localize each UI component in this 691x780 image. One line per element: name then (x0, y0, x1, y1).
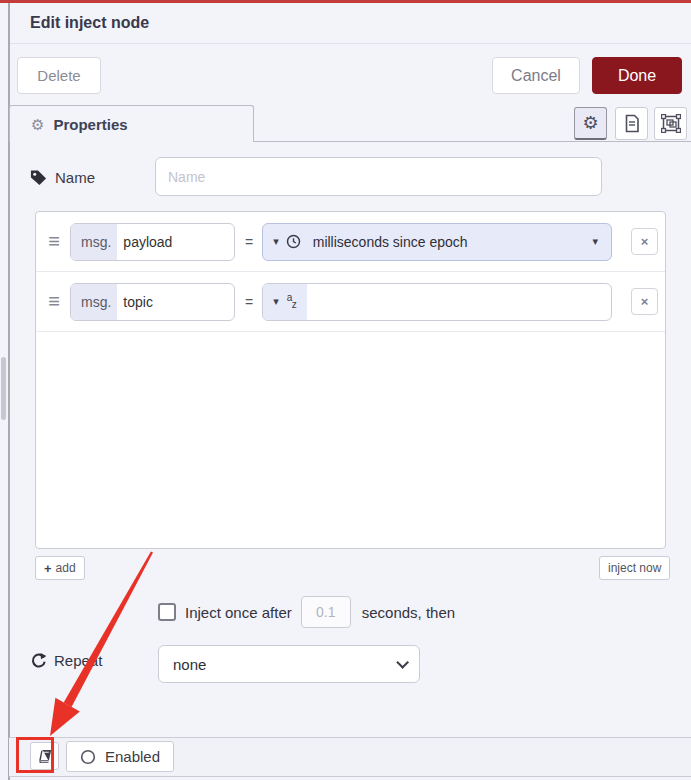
options-caret-icon[interactable]: ▾ (592, 236, 598, 247)
msg-prefix-label: msg. (71, 284, 117, 320)
tab-properties[interactable]: ⚙ Properties (9, 105, 254, 142)
done-button[interactable]: Done (592, 57, 682, 94)
enabled-toggle-button[interactable]: Enabled (66, 741, 174, 772)
tab-properties-label: Properties (53, 116, 127, 133)
type-select-caret-icon[interactable]: ▾ (273, 296, 279, 307)
property-key-input[interactable]: msg. topic (70, 283, 235, 321)
type-select-caret-icon[interactable]: ▾ (273, 236, 279, 247)
repeat-selected-value: none (173, 656, 206, 673)
name-input[interactable] (155, 157, 602, 196)
chevron-down-icon (396, 656, 409, 669)
remove-row-button[interactable]: × (631, 288, 658, 315)
property-key-value: payload (117, 224, 172, 260)
seconds-then-label: seconds, then (362, 604, 455, 621)
inject-once-row: Inject once after seconds, then (158, 596, 455, 628)
delete-button[interactable]: Delete (17, 57, 101, 94)
clock-icon (286, 234, 301, 249)
scrollbar-thumb[interactable] (1, 357, 6, 420)
typed-input-topic[interactable]: ▾ a z (262, 283, 612, 321)
property-row-payload: ≡ msg. payload = ▾ milliseconds since ep… (36, 212, 665, 272)
properties-list: ≡ msg. payload = ▾ milliseconds since ep… (35, 211, 666, 549)
inject-once-label: Inject once after (185, 604, 292, 621)
property-key-input[interactable]: msg. payload (70, 223, 235, 261)
repeat-select[interactable]: none (158, 645, 420, 683)
property-row-topic: ≡ msg. topic = ▾ a z × (36, 272, 665, 332)
add-button-label: add (56, 561, 76, 575)
equals-sign: = (245, 234, 253, 250)
enabled-label: Enabled (105, 748, 160, 765)
dialog-header: Edit inject node (10, 3, 691, 44)
remove-row-button[interactable]: × (631, 228, 658, 255)
repeat-label: Repeat (54, 652, 102, 669)
typed-input-value: milliseconds since epoch (313, 234, 468, 250)
book-icon (36, 748, 53, 765)
repeat-label-row: Repeat (30, 652, 102, 669)
name-field-label: Name (55, 169, 95, 186)
library-button[interactable] (30, 742, 59, 770)
inject-once-checkbox[interactable] (158, 603, 176, 621)
appearance-tab-button[interactable] (654, 107, 687, 140)
string-type-icon: a z (286, 293, 299, 311)
add-property-button[interactable]: + add (35, 556, 85, 580)
inject-delay-input[interactable] (301, 596, 351, 628)
dialog-footer: Enabled (9, 737, 691, 777)
properties-tab-button[interactable]: ⚙ (574, 107, 607, 140)
inject-now-button[interactable]: inject now (599, 556, 670, 580)
description-tab-button[interactable] (615, 107, 648, 140)
equals-sign: = (245, 294, 253, 310)
gear-icon: ⚙ (582, 114, 598, 132)
cancel-button[interactable]: Cancel (492, 57, 580, 94)
dialog-title: Edit inject node (30, 14, 149, 32)
plus-icon: + (44, 561, 52, 576)
circle-status-icon (80, 749, 96, 765)
name-field-row: Name (30, 158, 95, 196)
drag-handle-icon[interactable]: ≡ (42, 290, 66, 313)
tag-icon (30, 169, 47, 186)
msg-prefix-label: msg. (71, 224, 117, 260)
repeat-icon (30, 652, 47, 669)
document-icon (624, 114, 640, 133)
drag-handle-icon[interactable]: ≡ (42, 230, 66, 253)
typed-input-payload[interactable]: ▾ milliseconds since epoch ▾ (262, 223, 612, 261)
gear-icon: ⚙ (31, 117, 44, 132)
property-key-value: topic (117, 284, 153, 320)
object-group-icon (661, 114, 681, 133)
